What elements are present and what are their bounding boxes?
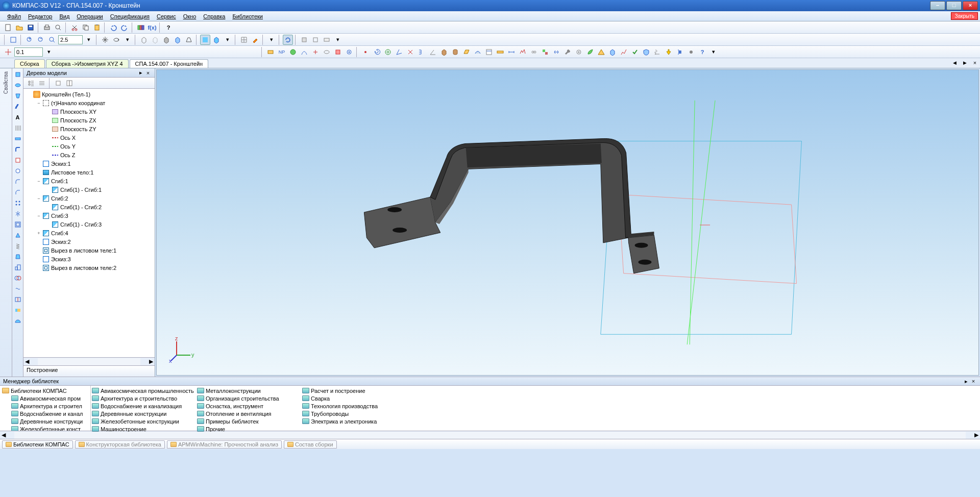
variables-button[interactable]: f(x) <box>147 22 157 33</box>
lib-folder-item[interactable]: Архитектура и строительство <box>92 394 194 402</box>
viewport-3d[interactable]: z y x <box>156 69 979 376</box>
axis-sys-icon[interactable] <box>394 47 404 57</box>
tree-node[interactable]: Плоскость ZY <box>24 125 154 133</box>
lib-tree-item[interactable]: Архитектура и строител <box>1 402 89 410</box>
revolve-icon[interactable] <box>13 80 23 90</box>
print-button[interactable] <box>42 22 52 33</box>
wrench-icon[interactable] <box>562 47 573 57</box>
lib-folder-item[interactable]: Оснастка, инструмент <box>197 402 299 410</box>
step-input[interactable] <box>14 47 43 57</box>
feat-3[interactable] <box>310 47 321 57</box>
cross-icon[interactable] <box>405 47 415 57</box>
display-mode-1[interactable] <box>200 35 210 45</box>
tree-node[interactable]: −(т)Начало координат <box>24 98 154 107</box>
menu-view[interactable]: Вид <box>56 12 72 20</box>
lib-folder-item[interactable]: Водоснабжение и канализация <box>92 402 194 410</box>
tree-node[interactable]: Сгиб(1) - Сгиб:2 <box>24 203 154 211</box>
window-icon[interactable] <box>484 47 494 57</box>
step-dropdown[interactable]: ▾ <box>44 47 54 57</box>
tree-node[interactable]: Сгиб(1) - Сгиб:3 <box>24 220 154 229</box>
plane-icon[interactable] <box>461 47 472 57</box>
warning-icon[interactable] <box>596 47 606 57</box>
feat-5[interactable] <box>333 47 343 57</box>
tool-b[interactable] <box>310 35 321 45</box>
chain-icon[interactable] <box>529 47 539 57</box>
qmark-icon[interactable]: ? <box>697 47 707 57</box>
tree-node[interactable]: −Сгиб:3 <box>24 211 154 220</box>
chamfer-icon[interactable] <box>13 187 23 197</box>
pattern-icon[interactable] <box>13 198 23 208</box>
tree-node[interactable]: −Сгиб:1 <box>24 177 154 185</box>
tree-node[interactable]: Плоскость ZX <box>24 116 154 125</box>
wireframe-button[interactable] <box>139 35 149 45</box>
tree-scrollbar[interactable]: ◀▶ <box>23 357 155 365</box>
scale-icon[interactable] <box>13 262 23 272</box>
footer-tab[interactable]: Библиотеки КОМПАС <box>2 440 73 449</box>
tree-node[interactable]: Ось Z <box>24 151 154 159</box>
zoom-window-button[interactable] <box>47 35 57 45</box>
tab-nav-left[interactable]: ◀ <box>949 58 960 68</box>
library-tree[interactable]: Библиотеки КОМПАСАвиакосмическая промАрх… <box>0 386 91 431</box>
zoom-in-button[interactable]: + <box>24 35 35 45</box>
split-icon[interactable] <box>13 294 23 305</box>
feat-4[interactable] <box>322 47 332 57</box>
gear2-icon[interactable] <box>574 47 584 57</box>
menu-specification[interactable]: Спецификация <box>107 12 153 20</box>
save-button[interactable] <box>26 22 36 33</box>
footer-tab[interactable]: Конструкторская библиотека <box>75 440 165 449</box>
mirror-icon[interactable] <box>13 209 23 219</box>
lib-tree-item[interactable]: Деревянные конструкци <box>1 417 89 425</box>
lib-folder-item[interactable]: Железобетонные конструкции <box>92 417 194 425</box>
hole-icon[interactable] <box>13 166 23 176</box>
shell-icon[interactable] <box>13 219 23 230</box>
perspective-button[interactable] <box>184 35 194 45</box>
tree-node[interactable]: Вырез в листовом теле:1 <box>24 246 154 255</box>
menu-help[interactable]: Справка <box>200 12 228 20</box>
cyl-icon[interactable] <box>450 47 460 57</box>
lib-folder-item[interactable]: Технология производства <box>302 402 404 410</box>
lib-folder-item[interactable]: Расчет и построение <box>302 387 404 394</box>
spiral-icon[interactable] <box>372 47 382 57</box>
preview-button[interactable] <box>53 22 63 33</box>
lib-tree-item[interactable]: Библиотеки КОМПАС <box>1 387 89 394</box>
feat-1[interactable] <box>288 47 298 57</box>
zoom-dropdown[interactable]: ▾ <box>84 35 94 45</box>
asm-icon[interactable] <box>540 47 550 57</box>
flex-icon[interactable] <box>13 284 23 294</box>
lib-folder-item[interactable]: Трубопроводы <box>302 410 404 417</box>
check-icon[interactable] <box>630 47 640 57</box>
draft-icon[interactable] <box>13 252 23 262</box>
rib-icon[interactable] <box>13 230 23 240</box>
boolean-icon[interactable] <box>13 273 23 283</box>
filter-button[interactable]: ▾ <box>266 35 277 45</box>
menu-window[interactable]: Окно <box>180 12 200 20</box>
sheet-icon[interactable] <box>13 134 23 144</box>
lib-close-icon[interactable]: × <box>970 378 977 384</box>
maximize-button[interactable]: □ <box>946 1 962 10</box>
close-hint[interactable]: Закрыть <box>951 12 978 20</box>
redo-button[interactable] <box>119 22 130 33</box>
footer-tab[interactable]: Состав сборки <box>284 440 337 449</box>
shaded-button[interactable] <box>161 35 172 45</box>
cut-button[interactable] <box>69 22 80 33</box>
properties-tab[interactable]: Свойства <box>3 69 9 96</box>
hatch-vert-icon[interactable] <box>13 123 23 133</box>
display-mode-2[interactable] <box>211 35 222 45</box>
sweep-icon[interactable] <box>13 102 23 112</box>
step-mode-button[interactable] <box>3 47 13 57</box>
grid-button[interactable] <box>239 35 249 45</box>
text-icon[interactable]: A <box>13 112 23 122</box>
tree-display-1[interactable] <box>26 78 36 88</box>
combine-icon[interactable] <box>13 305 23 315</box>
tree-body[interactable]: Кронштейн (Тел-1)−(т)Начало координатПло… <box>23 89 155 357</box>
fillet-icon[interactable] <box>13 177 23 187</box>
leaf-icon[interactable] <box>585 47 595 57</box>
pan-button[interactable] <box>100 35 110 45</box>
coil-icon[interactable] <box>652 47 663 57</box>
tree-display-3[interactable] <box>53 78 63 88</box>
tree-display-4[interactable] <box>64 78 75 88</box>
surface-icon[interactable] <box>473 47 483 57</box>
tree-node[interactable]: Листовое тело:1 <box>24 168 154 177</box>
tree-icon[interactable] <box>416 47 427 57</box>
loft-icon[interactable] <box>13 91 23 101</box>
